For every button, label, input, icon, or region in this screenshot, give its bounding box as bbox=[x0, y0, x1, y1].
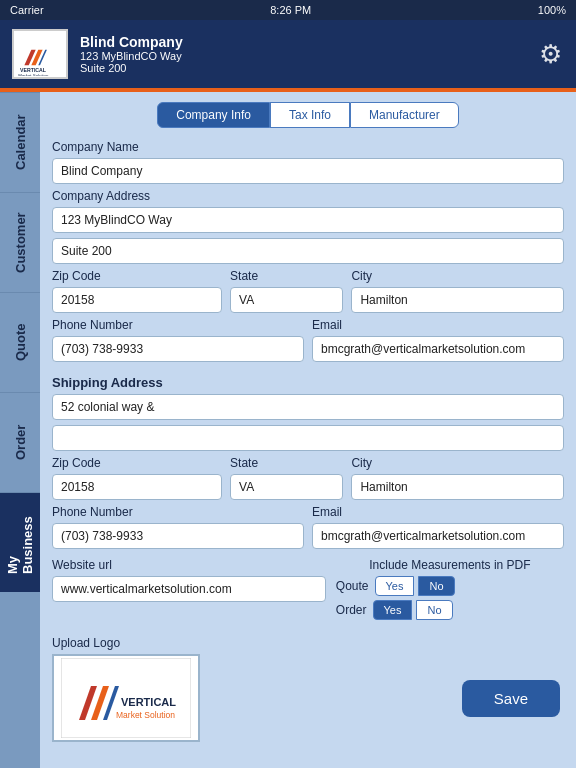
company-name-label: Company Name bbox=[52, 140, 564, 154]
save-button-container: Save bbox=[210, 680, 564, 721]
shipping-email-label: Email bbox=[312, 505, 564, 519]
svg-text:Market Solution: Market Solution bbox=[18, 73, 49, 76]
bottom-row: Website url Include Measurements in PDF … bbox=[52, 558, 564, 624]
tab-company-info[interactable]: Company Info bbox=[157, 102, 270, 128]
website-url-label: Website url bbox=[52, 558, 326, 572]
sidebar-item-order[interactable]: Order bbox=[0, 392, 40, 492]
measurements-label: Include Measurements in PDF bbox=[336, 558, 564, 572]
order-toggle-label: Order bbox=[336, 603, 367, 617]
email-input[interactable] bbox=[312, 336, 564, 362]
header: VERTICAL Market Solution Blind Company 1… bbox=[0, 20, 576, 88]
upload-logo-label: Upload Logo bbox=[52, 636, 200, 650]
shipping-line1-input[interactable] bbox=[52, 394, 564, 420]
upload-section: Upload Logo VERTICAL Market Solution bbox=[52, 636, 200, 742]
shipping-state-label: State bbox=[230, 456, 343, 470]
quote-yes-button[interactable]: Yes bbox=[375, 576, 415, 596]
zip-state-city-row: Zip Code State City bbox=[52, 269, 564, 318]
header-address1: 123 MyBlindCO Way bbox=[80, 50, 183, 62]
state-input[interactable] bbox=[230, 287, 343, 313]
svg-text:VERTICAL: VERTICAL bbox=[121, 696, 176, 708]
shipping-email-input[interactable] bbox=[312, 523, 564, 549]
order-yes-button[interactable]: Yes bbox=[373, 600, 413, 620]
gear-icon[interactable]: ⚙ bbox=[539, 39, 562, 70]
tabs: Company Info Tax Info Manufacturer bbox=[52, 102, 564, 128]
time-text: 8:26 PM bbox=[270, 4, 311, 16]
status-bar: Carrier 8:26 PM 100% bbox=[0, 0, 576, 20]
sidebar-item-customer[interactable]: Customer bbox=[0, 192, 40, 292]
zip-label: Zip Code bbox=[52, 269, 222, 283]
state-label: State bbox=[230, 269, 343, 283]
logo-upload-box[interactable]: VERTICAL Market Solution bbox=[52, 654, 200, 742]
shipping-state-input[interactable] bbox=[230, 474, 343, 500]
shipping-city-input[interactable] bbox=[351, 474, 564, 500]
battery-text: 100% bbox=[538, 4, 566, 16]
sidebar-item-calendar[interactable]: Calendar bbox=[0, 92, 40, 192]
shipping-phone-input[interactable] bbox=[52, 523, 304, 549]
content: Company Info Tax Info Manufacturer Compa… bbox=[40, 92, 576, 768]
main-layout: Calendar Customer Quote Order My Busines… bbox=[0, 92, 576, 768]
company-name-input[interactable] bbox=[52, 158, 564, 184]
logo-box: VERTICAL Market Solution bbox=[12, 29, 68, 79]
company-address-label: Company Address bbox=[52, 189, 564, 203]
phone-input[interactable] bbox=[52, 336, 304, 362]
header-company-name: Blind Company bbox=[80, 34, 183, 50]
sidebar-item-my-business[interactable]: My Business bbox=[0, 492, 40, 592]
tab-tax-info[interactable]: Tax Info bbox=[270, 102, 350, 128]
city-label: City bbox=[351, 269, 564, 283]
shipping-phone-email-row: Phone Number Email bbox=[52, 505, 564, 554]
measurements-section: Include Measurements in PDF Qoute Yes No… bbox=[336, 558, 564, 624]
quote-no-button[interactable]: No bbox=[418, 576, 454, 596]
website-section: Website url bbox=[52, 558, 326, 607]
phone-label: Phone Number bbox=[52, 318, 304, 332]
address-line2-input[interactable] bbox=[52, 238, 564, 264]
zip-input[interactable] bbox=[52, 287, 222, 313]
header-info: Blind Company 123 MyBlindCO Way Suite 20… bbox=[80, 34, 183, 74]
quote-toggle-group: Qoute Yes No bbox=[336, 576, 564, 596]
sidebar: Calendar Customer Quote Order My Busines… bbox=[0, 92, 40, 768]
svg-text:Market Solution: Market Solution bbox=[116, 710, 175, 720]
carrier-text: Carrier bbox=[10, 4, 44, 16]
shipping-city-label: City bbox=[351, 456, 564, 470]
shipping-phone-label: Phone Number bbox=[52, 505, 304, 519]
tab-manufacturer[interactable]: Manufacturer bbox=[350, 102, 459, 128]
address-line1-input[interactable] bbox=[52, 207, 564, 233]
order-toggle-group: Order Yes No bbox=[336, 600, 564, 620]
header-address2: Suite 200 bbox=[80, 62, 183, 74]
quote-toggle-label: Qoute bbox=[336, 579, 369, 593]
save-button[interactable]: Save bbox=[462, 680, 560, 717]
phone-email-row: Phone Number Email bbox=[52, 318, 564, 367]
shipping-zip-state-city-row: Zip Code State City bbox=[52, 456, 564, 505]
sidebar-item-quote[interactable]: Quote bbox=[0, 292, 40, 392]
shipping-address-label: Shipping Address bbox=[52, 375, 564, 390]
website-url-input[interactable] bbox=[52, 576, 326, 602]
email-label: Email bbox=[312, 318, 564, 332]
shipping-zip-label: Zip Code bbox=[52, 456, 222, 470]
city-input[interactable] bbox=[351, 287, 564, 313]
shipping-line2-input[interactable] bbox=[52, 425, 564, 451]
svg-text:VERTICAL: VERTICAL bbox=[20, 67, 47, 73]
shipping-zip-input[interactable] bbox=[52, 474, 222, 500]
order-no-button[interactable]: No bbox=[416, 600, 452, 620]
